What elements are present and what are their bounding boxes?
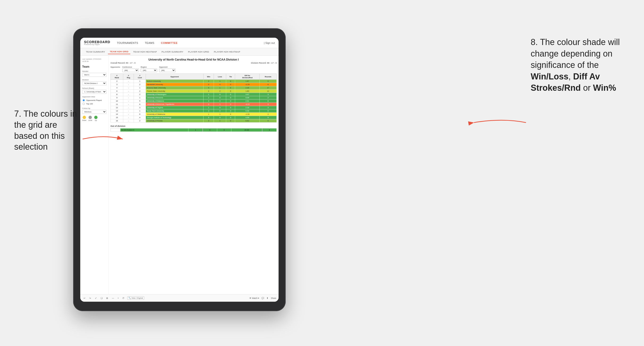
grid-area: University of North Carolina Head-to-Hea… <box>108 56 278 294</box>
tab-team-h2h-heatmap[interactable]: TEAM H2H HEATMAP <box>131 49 159 54</box>
sub-nav: TEAM SUMMARY TEAM H2H GRID TEAM H2H HEAT… <box>80 48 278 56</box>
gender-select[interactable]: Men's <box>82 73 106 77</box>
division-label: Division <box>82 79 106 81</box>
toolbar-right: 👁 Watch ▾ 💬 ⬆ Share <box>249 297 276 299</box>
out-div-win: 1 <box>188 129 203 132</box>
app-header: SCOREBOARD Powered by clippd TOURNAMENTS… <box>80 38 278 48</box>
out-of-division: Out of division NCAA Division II 1 0 0 2… <box>110 125 277 132</box>
out-div-name: NCAA Division II <box>120 129 188 132</box>
col-loss: Loss <box>214 74 226 80</box>
legend-up: Up <box>94 116 98 121</box>
division-select[interactable]: NCAA Division I <box>82 81 106 85</box>
out-div-empty <box>111 129 120 132</box>
toolbar-timer[interactable]: ⏱ <box>121 297 125 300</box>
nav-tournaments[interactable]: TOURNAMENTS <box>116 41 139 45</box>
filters-row: Opponents: Conference (All) Region (All) <box>110 66 277 72</box>
sidebar: Last Updated: 27/03/2024 16:55:38 Team G… <box>80 56 108 294</box>
opponent-filter-group: Opponent (All) <box>159 66 176 72</box>
legend-down-dot <box>82 116 86 119</box>
toolbar-watch[interactable]: 👁 Watch ▾ <box>249 297 260 299</box>
grid-records: Overall Record: 89 - 17 - 0 Division Rec… <box>110 62 277 64</box>
toolbar-expand[interactable]: ⤢ <box>94 297 98 300</box>
region-filter-label: Region <box>141 66 157 68</box>
ipad-screen: SCOREBOARD Powered by clippd TOURNAMENTS… <box>80 38 278 302</box>
team-section-title: Team <box>82 65 106 68</box>
toolbar-share-label[interactable]: Share <box>271 297 276 299</box>
legend-level: Level <box>88 116 92 121</box>
gender-label: Gender <box>82 70 106 72</box>
toolbar-share-icon[interactable]: ⬆ <box>266 297 268 299</box>
toolbar-grid[interactable]: ⊞ <box>105 297 109 300</box>
main-content: Last Updated: 27/03/2024 16:55:38 Team G… <box>80 56 278 294</box>
nav-committee[interactable]: COMMITTEE <box>160 41 179 45</box>
opponent-view-label: Opponent View <box>82 96 106 98</box>
toolbar-comment[interactable]: 💬 <box>262 297 264 299</box>
out-of-division-title: Out of division <box>110 125 277 127</box>
opponent-view-group: Opponents Played Top 100 <box>82 99 106 105</box>
table-row: 15-4Georgia Institute of Technology5004.… <box>111 116 277 119</box>
overall-record: Overall Record: 89 - 17 - 0 <box>110 62 136 64</box>
main-nav: TOURNAMENTS TEAMS COMMITTEE <box>116 41 258 45</box>
tab-player-h2h-heatmap[interactable]: PLAYER H2H HEATMAP <box>212 49 242 54</box>
out-div-tie: 0 <box>217 129 231 132</box>
nav-teams[interactable]: TEAMS <box>144 41 155 45</box>
toolbar-undo[interactable]: ↩ <box>82 297 86 300</box>
last-updated: Last Updated: 27/03/2024 16:55:38 <box>82 58 106 63</box>
app-logo-sub: Powered by clippd <box>84 44 110 45</box>
bottom-toolbar: ↩ ↪ ⤢ ❏ ⊞ — • ⏱ 🔍 View: Original 👁 Watch… <box>80 294 278 302</box>
col-opponent: Opponent <box>146 74 204 80</box>
legend-level-dot <box>88 116 92 119</box>
h2h-table: #Rank #Reg #Conf Opponent Win Loss Tie D… <box>110 74 277 123</box>
conference-filter-label: Conference <box>122 66 139 68</box>
colour-legend: Down Level Up <box>82 116 106 121</box>
table-row: 10-5University of Alabama3002.618 <box>111 99 277 103</box>
out-of-division-table: NCAA Division II 1 0 0 26.00 3 <box>110 128 277 132</box>
toolbar-dash[interactable]: — <box>111 297 115 300</box>
col-conf: #Conf <box>134 74 146 80</box>
region-filter-group: Region (All) <box>141 66 157 72</box>
out-div-diff: 26.00 <box>231 129 262 132</box>
col-reg: #Reg <box>123 74 134 80</box>
col-tie: Tie <box>226 74 235 80</box>
annotation-right: 8. The colour shade will change dependin… <box>531 36 630 94</box>
legend-down: Down <box>82 116 86 121</box>
annotation-left: 7. The colours in the grid are based on … <box>14 108 80 153</box>
tab-player-h2h-grid[interactable]: PLAYER H2H GRID <box>186 49 211 54</box>
tab-team-h2h-grid[interactable]: TEAM H2H GRID <box>108 49 130 54</box>
colour-by-select[interactable]: Win/loss <box>82 110 106 114</box>
radio-opponents-played[interactable]: Opponents Played <box>82 99 106 102</box>
out-div-rounds: 3 <box>262 129 277 132</box>
toolbar-copy[interactable]: ❏ <box>100 297 104 300</box>
tab-player-summary[interactable]: PLAYER SUMMARY <box>160 49 185 54</box>
arrow-left <box>80 132 128 146</box>
opponents-filter-group: Opponents: <box>110 66 120 68</box>
toolbar-view[interactable]: 🔍 View: Original <box>127 296 144 300</box>
out-of-division-row: NCAA Division II 1 0 0 26.00 3 <box>111 129 277 132</box>
toolbar-dot[interactable]: • <box>117 297 120 300</box>
radio-top-100[interactable]: Top 100 <box>82 102 106 105</box>
table-row: 12-3University of Virginia1002.333 <box>111 106 277 109</box>
opponents-label: Opponents: <box>110 66 120 68</box>
col-win: Win <box>204 74 214 80</box>
legend-up-dot <box>94 116 98 119</box>
table-row: 11-6University of Arkansas, Fayetteville… <box>111 103 277 106</box>
sign-out-link[interactable]: | Sign out <box>264 41 275 44</box>
table-row: 6-2Florida State University4201.8312 <box>111 90 277 93</box>
col-rank: #Rank <box>111 74 123 80</box>
conference-filter-select[interactable]: (All) <box>122 69 139 72</box>
table-header-row: #Rank #Reg #Conf Opponent Win Loss Tie D… <box>111 74 277 80</box>
toolbar-redo[interactable]: ↪ <box>88 297 92 300</box>
division-record: Division Record: 88 - 17 - 0 <box>251 62 277 64</box>
tab-team-summary[interactable]: TEAM SUMMARY <box>84 49 107 54</box>
table-row: 4-1Arizona State University5102.2817 <box>111 86 277 90</box>
school-select[interactable]: 1. University of Nort... <box>82 90 106 94</box>
opponent-filter-select[interactable]: (All) <box>159 69 176 72</box>
col-rounds: Rounds <box>260 74 277 80</box>
school-label: School (Rank) <box>82 87 106 89</box>
table-row: 3-2Vanderbilt University040-2.298 <box>111 83 277 86</box>
table-row: 14-6University of Oklahoma110-1.003 <box>111 113 277 116</box>
col-diff: Diff AvStrokes/Rnd <box>235 74 260 80</box>
region-filter-select[interactable]: (All) <box>141 69 157 72</box>
table-row: 2-1Auburn University2101.679 <box>111 80 277 83</box>
out-div-loss: 0 <box>203 129 217 132</box>
